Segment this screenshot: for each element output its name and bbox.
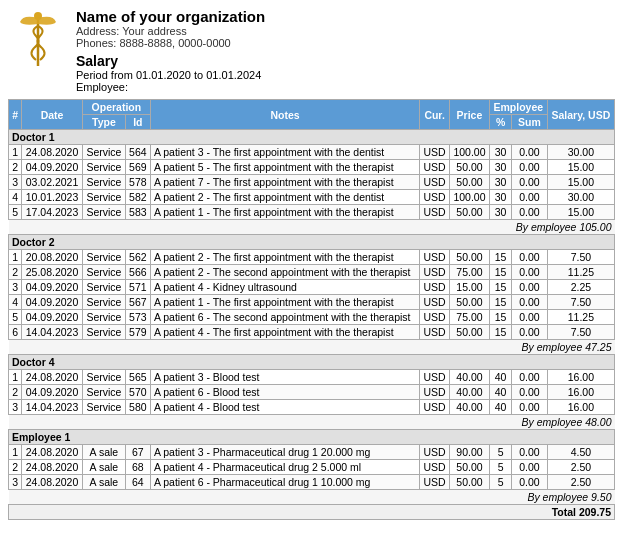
cell-price: 50.00 [449,175,489,190]
cell-sum: 0.00 [512,385,548,400]
cell-date: 24.08.2020 [22,145,83,160]
cell-notes: A patient 3 - The first appointment with… [150,145,419,160]
cell-price: 50.00 [449,160,489,175]
cell-pct: 15 [489,295,511,310]
cell-id: 573 [125,310,150,325]
cell-id: 67 [125,445,150,460]
cell-notes: A patient 1 - The first appointment with… [150,295,419,310]
cell-sum: 0.00 [512,295,548,310]
cell-type: Service [82,325,125,340]
org-name: Name of your organization [76,8,265,25]
cell-pct: 30 [489,145,511,160]
table-row: 225.08.2020Service566A patient 2 - The s… [9,265,615,280]
cell-type: Service [82,265,125,280]
cell-sum: 0.00 [512,160,548,175]
cell-cur: USD [420,460,450,475]
col-salary: Salary, USD [547,100,614,130]
cell-type: Service [82,250,125,265]
cell-notes: A patient 4 - The first appointment with… [150,325,419,340]
cell-notes: A patient 6 - Pharmaceutical drug 1 10.0… [150,475,419,490]
cell-num: 3 [9,175,22,190]
table-row: 404.09.2020Service567A patient 1 - The f… [9,295,615,310]
cell-num: 6 [9,325,22,340]
cell-notes: A patient 6 - The second appointment wit… [150,310,419,325]
cell-num: 2 [9,265,22,280]
cell-date: 03.02.2021 [22,175,83,190]
cell-salary: 30.00 [547,145,614,160]
cell-price: 75.00 [449,310,489,325]
col-num: # [9,100,22,130]
table-row: 124.08.2020Service565A patient 3 - Blood… [9,370,615,385]
cell-sum: 0.00 [512,310,548,325]
org-address: Address: Your address [76,25,265,37]
cell-notes: A patient 4 - Blood test [150,400,419,415]
salary-period: Period from 01.01.2020 to 01.01.2024 [76,69,265,81]
cell-pct: 15 [489,250,511,265]
cell-salary: 2.25 [547,280,614,295]
cell-date: 04.09.2020 [22,385,83,400]
salary-employee: Employee: [76,81,265,93]
table-row: 124.08.2020Service564A patient 3 - The f… [9,145,615,160]
cell-salary: 2.50 [547,460,614,475]
group-header: Doctor 4 [9,355,615,370]
cell-type: Service [82,205,125,220]
cell-cur: USD [420,265,450,280]
cell-pct: 15 [489,325,511,340]
cell-price: 50.00 [449,325,489,340]
cell-pct: 5 [489,460,511,475]
cell-type: Service [82,175,125,190]
cell-sum: 0.00 [512,400,548,415]
cell-id: 564 [125,145,150,160]
cell-sum: 0.00 [512,190,548,205]
cell-id: 582 [125,190,150,205]
cell-notes: A patient 6 - Blood test [150,385,419,400]
cell-notes: A patient 5 - The first appointment with… [150,160,419,175]
cell-cur: USD [420,175,450,190]
cell-cur: USD [420,280,450,295]
cell-date: 24.08.2020 [22,460,83,475]
cell-date: 04.09.2020 [22,160,83,175]
cell-salary: 15.00 [547,205,614,220]
salary-section: Salary Period from 01.01.2020 to 01.01.2… [76,53,265,93]
cell-sum: 0.00 [512,370,548,385]
cell-id: 583 [125,205,150,220]
cell-pct: 40 [489,385,511,400]
cell-sum: 0.00 [512,145,548,160]
cell-date: 20.08.2020 [22,250,83,265]
org-logo [8,8,68,68]
cell-type: Service [82,280,125,295]
cell-num: 5 [9,205,22,220]
cell-id: 578 [125,175,150,190]
cell-type: Service [82,370,125,385]
cell-type: A sale [82,445,125,460]
cell-id: 579 [125,325,150,340]
table-row: 504.09.2020Service573A patient 6 - The s… [9,310,615,325]
cell-sum: 0.00 [512,265,548,280]
cell-price: 50.00 [449,205,489,220]
cell-date: 17.04.2023 [22,205,83,220]
cell-type: Service [82,190,125,205]
cell-pct: 40 [489,370,511,385]
cell-salary: 7.50 [547,250,614,265]
cell-cur: USD [420,325,450,340]
cell-cur: USD [420,385,450,400]
cell-num: 5 [9,310,22,325]
by-employee-row: By employee 48.00 [9,415,615,430]
salary-table: # Date Operation Notes Cur. Price Employ… [8,99,615,520]
cell-notes: A patient 2 - The first appointment with… [150,190,419,205]
cell-cur: USD [420,205,450,220]
cell-sum: 0.00 [512,460,548,475]
cell-type: Service [82,295,125,310]
table-row: 517.04.2023Service583A patient 1 - The f… [9,205,615,220]
cell-price: 100.00 [449,145,489,160]
col-emp-sum: Sum [512,115,548,130]
cell-id: 567 [125,295,150,310]
cell-sum: 0.00 [512,280,548,295]
group-header: Doctor 1 [9,130,615,145]
cell-pct: 30 [489,205,511,220]
table-header-row: # Date Operation Notes Cur. Price Employ… [9,100,615,115]
table-row: 124.08.2020A sale67A patient 3 - Pharmac… [9,445,615,460]
cell-price: 50.00 [449,295,489,310]
cell-cur: USD [420,310,450,325]
cell-sum: 0.00 [512,205,548,220]
